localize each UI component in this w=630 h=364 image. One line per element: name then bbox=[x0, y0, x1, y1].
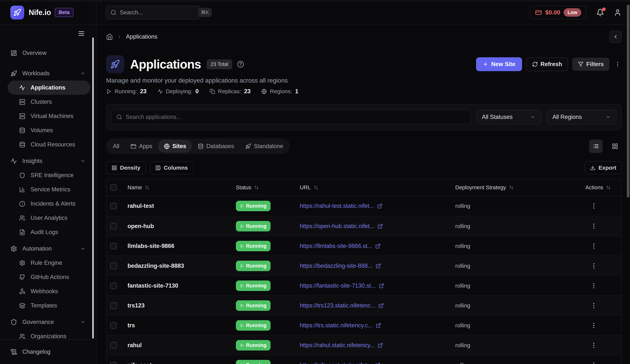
list-view-button[interactable] bbox=[589, 140, 602, 153]
row-checkbox[interactable] bbox=[110, 263, 117, 269]
sidebar-item-webhooks[interactable]: Webhooks bbox=[0, 284, 96, 299]
app-url-link[interactable]: https://open-hub.static.nifet... bbox=[300, 216, 383, 236]
row-actions-button[interactable] bbox=[590, 196, 598, 216]
sidebar-item-service-metrics[interactable]: Service Metrics bbox=[0, 182, 96, 197]
app-url-link[interactable]: https://fantastic-site-7130.st... bbox=[300, 276, 384, 296]
row-actions-button[interactable] bbox=[590, 316, 598, 335]
grid-view-button[interactable] bbox=[608, 140, 622, 153]
table-row[interactable]: nife-cost Running https://nife-cost.stat… bbox=[106, 355, 622, 364]
sidebar-section-insights[interactable]: Insights bbox=[0, 154, 96, 168]
tab-databases[interactable]: Databases bbox=[193, 140, 239, 152]
table-row[interactable]: rahul Running https://rahul.static.nifet… bbox=[106, 335, 622, 355]
sidebar-item-github-actions[interactable]: GitHub Actions bbox=[0, 270, 96, 284]
row-checkbox[interactable] bbox=[110, 223, 117, 230]
status-filter-select[interactable]: All Statuses bbox=[476, 110, 541, 124]
column-header-name[interactable]: Name bbox=[128, 179, 150, 196]
sidebar-item-volumes[interactable]: Volumes bbox=[0, 123, 96, 137]
app-url-link[interactable]: https://rahul-test.static.nifet... bbox=[300, 196, 382, 216]
row-actions-button[interactable] bbox=[590, 256, 598, 276]
sidebar-item-overview[interactable]: Overview bbox=[0, 46, 96, 60]
table-row[interactable]: llmlabs-site-9866 Running https://llmlab… bbox=[106, 236, 622, 256]
global-search-input[interactable] bbox=[120, 9, 194, 16]
main-scrollbar[interactable] bbox=[627, 5, 630, 197]
row-actions-button[interactable] bbox=[590, 216, 598, 236]
sidebar-item-user-analytics[interactable]: User Analytics bbox=[0, 211, 96, 225]
global-search[interactable]: ⌘K bbox=[106, 5, 201, 19]
column-header-url[interactable]: URL bbox=[300, 179, 318, 196]
refresh-button[interactable]: Refresh bbox=[526, 57, 568, 71]
sidebar-item-applications[interactable]: Applications bbox=[8, 80, 90, 95]
sidebar-footer-changelog[interactable]: Changelog bbox=[0, 339, 96, 364]
sidebar-item-clusters[interactable]: Clusters bbox=[0, 95, 96, 109]
billing-pill[interactable]: $0.00 Low bbox=[530, 6, 586, 19]
more-options-button[interactable] bbox=[614, 59, 622, 70]
applications-search-input[interactable] bbox=[126, 114, 466, 120]
tab-standalone[interactable]: Standalone bbox=[240, 140, 288, 152]
status-cell: Running bbox=[236, 355, 270, 364]
page-title: Applications bbox=[130, 57, 201, 71]
sidebar-section-governance[interactable]: Governance bbox=[0, 315, 96, 329]
export-button[interactable]: Export bbox=[584, 161, 622, 174]
panel-collapse-button[interactable] bbox=[610, 30, 622, 43]
table-row[interactable]: rahul-test Running https://rahul-test.st… bbox=[106, 196, 622, 216]
help-icon[interactable] bbox=[237, 61, 244, 68]
filters-button[interactable]: Filters bbox=[572, 58, 610, 71]
app-url-link[interactable]: https://rahul.static.nifetency... bbox=[300, 335, 383, 355]
column-header-strategy[interactable]: Deployment Strategy bbox=[455, 179, 514, 196]
sidebar-scrollbar[interactable] bbox=[92, 37, 94, 339]
play-icon bbox=[240, 204, 244, 208]
region-filter-select[interactable]: All Regions bbox=[547, 110, 616, 124]
row-actions-button[interactable] bbox=[590, 236, 598, 256]
select-all-checkbox[interactable] bbox=[110, 184, 117, 191]
sidebar-item-incidents-alerts[interactable]: Incidents & Alerts bbox=[0, 197, 96, 211]
sort-icon[interactable] bbox=[254, 185, 259, 190]
new-site-button[interactable]: New Site bbox=[476, 57, 522, 71]
tab-sites[interactable]: Sites bbox=[158, 140, 192, 152]
app-url-link[interactable]: https://trs.static.nifetency.c... bbox=[300, 316, 381, 335]
home-icon[interactable] bbox=[106, 33, 113, 40]
row-checkbox[interactable] bbox=[110, 302, 117, 309]
brand[interactable]: Nife.io Beta bbox=[10, 0, 74, 25]
column-header-actions[interactable]: Actions bbox=[586, 179, 611, 196]
sidebar-item-templates[interactable]: Templates bbox=[0, 299, 96, 313]
row-checkbox[interactable] bbox=[110, 342, 117, 349]
app-url-link[interactable]: https://bedazzling-site-888... bbox=[300, 256, 381, 276]
row-checkbox[interactable] bbox=[110, 362, 117, 364]
density-button[interactable]: Density bbox=[106, 161, 146, 174]
sidebar-item-cloud-resources[interactable]: Cloud Resources bbox=[0, 137, 96, 152]
sidebar-item-audit-logs[interactable]: Audit Logs bbox=[0, 225, 96, 239]
sidebar-section-automation[interactable]: Automation bbox=[0, 242, 96, 256]
tab-all[interactable]: All bbox=[108, 140, 124, 152]
tab-apps[interactable]: Apps bbox=[126, 140, 157, 152]
table-row[interactable]: fantastic-site-7130 Running https://fant… bbox=[106, 275, 622, 295]
columns-button[interactable]: Columns bbox=[150, 161, 193, 174]
app-url-link[interactable]: https://llmlabs-site-9866.st... bbox=[300, 236, 380, 256]
sort-icon[interactable] bbox=[314, 185, 318, 190]
row-checkbox[interactable] bbox=[110, 203, 117, 209]
row-actions-button[interactable] bbox=[590, 355, 598, 364]
account-button[interactable] bbox=[614, 9, 622, 16]
notifications-button[interactable] bbox=[596, 8, 604, 16]
sidebar-section-workloads[interactable]: Workloads bbox=[0, 66, 96, 80]
row-actions-button[interactable] bbox=[590, 296, 598, 316]
app-url-link[interactable]: https://trs123.static.nifetenc... bbox=[300, 296, 384, 316]
row-checkbox[interactable] bbox=[110, 322, 117, 329]
row-actions-button[interactable] bbox=[590, 276, 598, 296]
sort-icon[interactable] bbox=[606, 185, 611, 190]
app-url-link[interactable]: https://nife-cost.static.nifet... bbox=[300, 355, 380, 364]
row-checkbox[interactable] bbox=[110, 243, 117, 249]
table-row[interactable]: bedazzling-site-8883 Running https://bed… bbox=[106, 256, 622, 275]
table-row[interactable]: trs Running https://trs.static.nifetency… bbox=[106, 315, 622, 335]
sidebar-collapse-button[interactable] bbox=[78, 30, 85, 37]
sort-icon[interactable] bbox=[145, 185, 150, 190]
sidebar-item-virtual-machines[interactable]: Virtual Machines bbox=[0, 109, 96, 123]
sort-icon[interactable] bbox=[509, 185, 514, 190]
column-header-status[interactable]: Status bbox=[236, 179, 259, 196]
row-actions-button[interactable] bbox=[590, 335, 598, 355]
row-checkbox[interactable] bbox=[110, 283, 117, 289]
table-row[interactable]: open-hub Running https://open-hub.static… bbox=[106, 216, 622, 236]
sidebar-item-rule-engine[interactable]: Rule Engine bbox=[0, 256, 96, 270]
sidebar-item-sre-intelligence[interactable]: SRE Intelligence bbox=[0, 168, 96, 182]
applications-search[interactable] bbox=[112, 110, 470, 124]
table-row[interactable]: trs123 Running https://trs123.static.nif… bbox=[106, 295, 622, 315]
